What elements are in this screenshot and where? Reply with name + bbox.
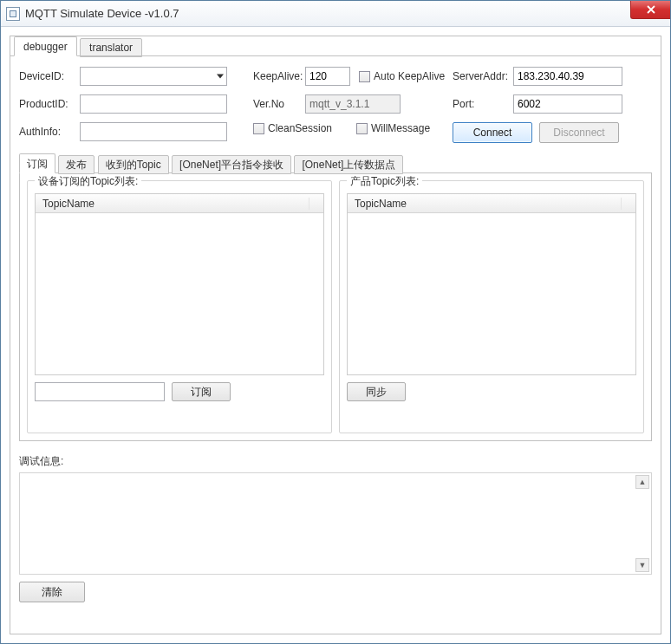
outer-tab-body: DeviceID: ProductID: AuthInfo: xyxy=(10,55,661,633)
scroll-down-icon[interactable]: ▼ xyxy=(635,558,649,572)
tab-received[interactable]: 收到的Topic xyxy=(98,155,169,174)
label-productid: ProductID: xyxy=(19,98,80,110)
tab-publish[interactable]: 发布 xyxy=(58,155,94,174)
content-area: debugger translator DeviceID: xyxy=(1,27,670,643)
scroll-up-icon[interactable]: ▲ xyxy=(635,475,649,489)
label-authinfo: AuthInfo: xyxy=(19,126,80,138)
tab-subscribe[interactable]: 订阅 xyxy=(19,153,55,173)
product-topics-group: 产品Topic列表: TopicName 同步 xyxy=(339,180,644,433)
app-icon xyxy=(6,7,20,21)
inner-tabs-container: 订阅 发布 收到的Topic [OneNet]平台指令接收 [OneNet]上传… xyxy=(19,153,652,449)
subscribe-topic-input[interactable] xyxy=(35,382,165,401)
device-topics-colheader[interactable]: TopicName xyxy=(36,198,309,210)
close-button[interactable] xyxy=(630,1,670,19)
deviceid-combo[interactable] xyxy=(80,67,227,86)
authinfo-input[interactable] xyxy=(80,122,227,141)
close-icon xyxy=(647,5,655,14)
label-cleansession: CleanSession xyxy=(268,122,332,134)
keepalive-input[interactable] xyxy=(305,67,350,86)
device-topics-list[interactable]: TopicName xyxy=(35,193,324,375)
connect-button[interactable]: Connect xyxy=(453,122,532,143)
label-deviceid: DeviceID: xyxy=(19,70,80,82)
verno-input xyxy=(305,94,401,114)
auto-keepalive-checkbox[interactable] xyxy=(359,71,370,82)
label-port: Port: xyxy=(453,98,513,110)
subscribe-button[interactable]: 订阅 xyxy=(172,382,231,401)
productid-input[interactable] xyxy=(80,94,227,114)
outer-tab-container: debugger translator DeviceID: xyxy=(10,36,661,634)
debug-label: 调试信息: xyxy=(19,454,652,469)
chevron-down-icon xyxy=(217,75,224,79)
titlebar[interactable]: MQTT Simulate Device -v1.0.7 xyxy=(1,1,670,27)
port-input[interactable] xyxy=(513,94,622,114)
inner-tab-strip: 订阅 发布 收到的Topic [OneNet]平台指令接收 [OneNet]上传… xyxy=(19,153,652,173)
label-auto-keepalive: Auto KeepAlive xyxy=(374,70,445,82)
tab-onenet-upload[interactable]: [OneNet]上传数据点 xyxy=(294,155,403,174)
label-verno: Ver.No xyxy=(253,98,305,110)
tab-translator[interactable]: translator xyxy=(80,38,142,57)
label-serveraddr: ServerAddr: xyxy=(453,70,513,82)
label-keepalive: KeepAlive: xyxy=(253,70,305,82)
cleansession-checkbox[interactable] xyxy=(253,123,264,134)
inner-tab-body: 设备订阅的Topic列表: TopicName 订阅 xyxy=(19,172,652,441)
sync-button[interactable]: 同步 xyxy=(347,382,406,401)
serveraddr-input[interactable] xyxy=(513,67,622,86)
connection-form: DeviceID: ProductID: AuthInfo: xyxy=(19,67,652,143)
product-topics-title: 产品Topic列表: xyxy=(347,174,422,189)
tab-debugger[interactable]: debugger xyxy=(14,36,77,56)
product-topics-header: TopicName xyxy=(348,194,635,213)
product-topics-list[interactable]: TopicName xyxy=(347,193,636,375)
product-topics-colheader[interactable]: TopicName xyxy=(348,198,622,210)
debug-textarea[interactable]: ▲ ▼ xyxy=(19,472,652,575)
device-topics-group: 设备订阅的Topic列表: TopicName 订阅 xyxy=(27,180,332,433)
device-topics-title: 设备订阅的Topic列表: xyxy=(35,174,141,189)
app-window: MQTT Simulate Device -v1.0.7 debugger tr… xyxy=(0,0,671,644)
tab-onenet-cmd[interactable]: [OneNet]平台指令接收 xyxy=(172,155,291,174)
label-willmessage: WillMessage xyxy=(371,122,430,134)
device-topics-header: TopicName xyxy=(36,194,323,213)
window-title: MQTT Simulate Device -v1.0.7 xyxy=(25,7,179,20)
willmessage-checkbox[interactable] xyxy=(356,123,368,134)
clear-button[interactable]: 清除 xyxy=(19,582,85,602)
outer-tab-strip: debugger translator xyxy=(10,36,661,56)
disconnect-button[interactable]: Disconnect xyxy=(539,122,619,143)
